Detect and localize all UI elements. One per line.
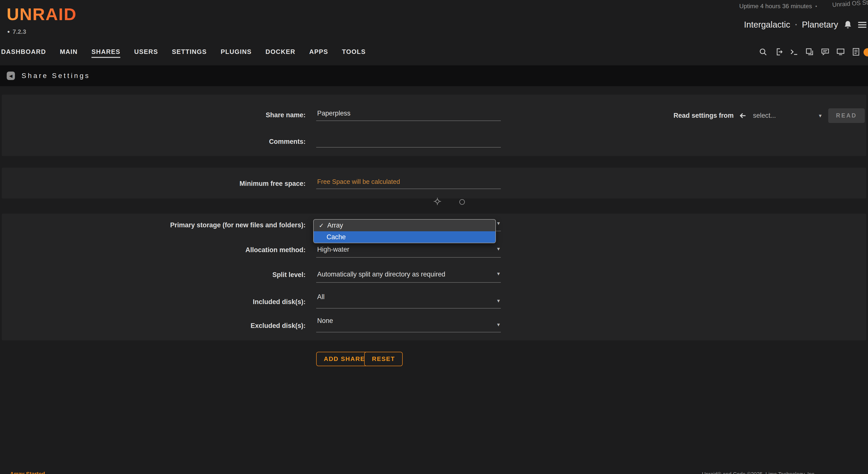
- terminal-icon[interactable]: [790, 48, 798, 56]
- share-name-label: Share name:: [0, 111, 306, 119]
- toolbar-icons: [759, 48, 860, 56]
- allocation-method-select[interactable]: High-water ▾: [316, 246, 501, 258]
- arrow-left-icon: [739, 112, 746, 120]
- excluded-disks-label: Excluded disk(s):: [0, 322, 306, 330]
- dropdown-option-cache[interactable]: Cache: [314, 231, 495, 243]
- app-header: UNRAID ● 7.2.3 Uptime 4 hours 36 minutes…: [0, 0, 868, 44]
- nav-item-tools[interactable]: TOOLS: [342, 48, 366, 58]
- notifications-bell-icon[interactable]: [843, 20, 852, 30]
- nav-item-main[interactable]: MAIN: [60, 48, 78, 58]
- page-title: Share Settings: [22, 72, 90, 80]
- chevron-down-icon: ▾: [497, 321, 500, 328]
- page-titlebar: ◂ Share Settings: [0, 65, 868, 87]
- read-settings-select[interactable]: select... ▾: [751, 110, 823, 121]
- included-disks-select[interactable]: All ▾: [316, 293, 501, 309]
- copy-icon[interactable]: [805, 48, 813, 56]
- included-disks-label: Included disk(s):: [0, 298, 306, 306]
- separator-dot: •: [795, 22, 797, 28]
- comments-input[interactable]: [316, 136, 501, 147]
- server-description: Planetary: [802, 20, 838, 30]
- ring-cursor-icon: [459, 199, 465, 205]
- separator-dot: •: [815, 3, 817, 9]
- primary-storage-label: Primary storage (for new files and folde…: [0, 222, 306, 229]
- server-identity: Intergalactic • Planetary: [744, 20, 868, 30]
- unraid-logo[interactable]: UNRAID: [7, 4, 77, 24]
- array-status-link[interactable]: Array Started: [10, 471, 45, 474]
- version-number: 7.2.3: [13, 28, 26, 35]
- os-storage-badge: Unraid OS Stor: [832, 0, 868, 8]
- read-settings-label: Read settings from: [673, 112, 734, 120]
- read-settings-row: Read settings from select... ▾ READ: [673, 108, 865, 123]
- unraid-share-settings-page: UNRAID ● 7.2.3 Uptime 4 hours 36 minutes…: [0, 0, 868, 474]
- chevron-down-icon: ▾: [497, 220, 500, 227]
- feedback-icon[interactable]: [821, 48, 829, 56]
- split-level-label: Split level:: [0, 271, 306, 279]
- version-label: ● 7.2.3: [7, 28, 26, 35]
- uptime-label: Uptime 4 hours 36 minutes •: [739, 3, 817, 10]
- log-icon[interactable]: [852, 48, 860, 56]
- crosshair-cursor-icon: [434, 198, 441, 205]
- nav-item-settings[interactable]: SETTINGS: [172, 48, 207, 58]
- reset-button[interactable]: RESET: [364, 352, 403, 366]
- share-name-input[interactable]: [316, 109, 501, 121]
- nav-item-plugins[interactable]: PLUGINS: [221, 48, 252, 58]
- comments-label: Comments:: [0, 138, 306, 145]
- back-arrow-icon: ◂: [9, 72, 12, 79]
- nav-items: DASHBOARD MAIN SHARES USERS SETTINGS PLU…: [0, 44, 366, 58]
- chevron-down-icon: ▾: [819, 112, 822, 119]
- nav-item-docker[interactable]: DOCKER: [266, 48, 295, 58]
- min-free-space-label: Minimum free space:: [0, 180, 306, 188]
- primary-storage-dropdown-menu: ✓ Array Cache: [313, 219, 496, 243]
- nav-item-dashboard[interactable]: DASHBOARD: [1, 48, 46, 58]
- chevron-down-icon: ▾: [497, 271, 500, 277]
- split-level-select[interactable]: Automatically split any directory as req…: [316, 271, 501, 283]
- check-icon: ✓: [319, 222, 324, 229]
- back-button[interactable]: ◂: [7, 72, 15, 80]
- allocation-method-label: Allocation method:: [0, 246, 306, 254]
- monitor-icon[interactable]: [836, 48, 845, 56]
- nav-item-apps[interactable]: APPS: [309, 48, 328, 58]
- dropdown-option-array[interactable]: ✓ Array: [314, 219, 495, 231]
- menu-icon[interactable]: [858, 20, 867, 30]
- excluded-disks-select[interactable]: None ▾: [316, 317, 501, 332]
- nav-item-users[interactable]: USERS: [134, 48, 158, 58]
- chevron-down-icon: ▾: [497, 298, 500, 304]
- read-button[interactable]: READ: [828, 108, 865, 123]
- copyright-text: Unraid® and Code ©2025, Lime Technology,…: [702, 471, 816, 474]
- logout-icon[interactable]: [775, 48, 783, 56]
- nav-item-shares[interactable]: SHARES: [91, 48, 120, 58]
- min-free-space-input[interactable]: [316, 178, 501, 189]
- server-name[interactable]: Intergalactic: [744, 20, 790, 30]
- chevron-down-icon: ▾: [497, 246, 500, 252]
- status-dot-icon: ●: [7, 29, 10, 34]
- main-nav: DASHBOARD MAIN SHARES USERS SETTINGS PLU…: [0, 44, 868, 61]
- search-icon[interactable]: [759, 48, 767, 56]
